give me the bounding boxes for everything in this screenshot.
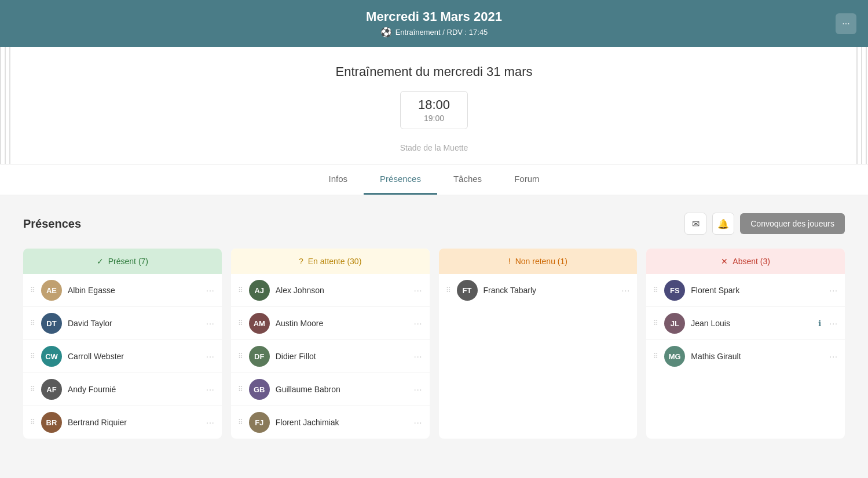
list-item: ⠿ BR Bertrand Riquier ···: [23, 406, 222, 439]
event-title: Entraînement du mercredi 31 mars: [12, 64, 856, 79]
tab-taches[interactable]: Tâches: [437, 165, 498, 195]
more-button[interactable]: ···: [414, 286, 423, 295]
player-name: Mathis Girault: [691, 352, 823, 361]
more-button[interactable]: ···: [206, 352, 215, 361]
header-title: Mercredi 31 Mars 2021: [12, 9, 856, 24]
presences-actions: ✉ 🔔 Convoquer des joueurs: [684, 213, 845, 235]
drag-handle[interactable]: ⠿: [30, 286, 35, 294]
avatar: BR: [41, 412, 62, 433]
presences-header: Présences ✉ 🔔 Convoquer des joueurs: [23, 213, 845, 235]
waiting-icon: ?: [299, 257, 303, 266]
drag-handle[interactable]: ⠿: [238, 418, 243, 426]
list-item: ⠿ FJ Florent Jachimiak ···: [231, 406, 430, 439]
convoquer-button[interactable]: Convoquer des joueurs: [740, 213, 845, 234]
list-item: ⠿ AJ Alex Johnson ···: [231, 274, 430, 307]
avatar: FT: [457, 280, 478, 301]
player-name: Didier Fillot: [276, 352, 408, 361]
notretained-icon: !: [508, 257, 511, 266]
header-subtitle-text: Entraînement / RDV : 17:45: [395, 28, 488, 37]
avatar: JL: [664, 313, 685, 334]
more-button[interactable]: ···: [414, 418, 423, 427]
more-button[interactable]: ···: [829, 352, 838, 361]
more-button[interactable]: ···: [206, 385, 215, 394]
player-name: David Taylor: [68, 319, 200, 328]
more-button[interactable]: ···: [622, 286, 631, 295]
more-button[interactable]: ···: [414, 385, 423, 394]
list-item: ⠿ CW Carroll Webster ···: [23, 340, 222, 373]
event-location: Stade de la Muette: [12, 143, 856, 152]
drag-handle[interactable]: ⠿: [653, 286, 658, 294]
list-item: ⠿ DF Didier Fillot ···: [231, 340, 430, 373]
bell-button[interactable]: 🔔: [712, 213, 734, 235]
column-present-header: ✓ Présent (7): [23, 249, 222, 274]
tabs-section: Infos Présences Tâches Forum: [0, 165, 868, 195]
player-name: Guillaume Babron: [276, 385, 408, 394]
player-name: Alex Johnson: [276, 286, 408, 295]
column-notretained-header: ! Non retenu (1): [439, 249, 638, 274]
header-subtitle: ⚽ Entraînement / RDV : 17:45: [12, 27, 856, 38]
more-button[interactable]: ···: [206, 286, 215, 295]
column-present: ✓ Présent (7) ⠿ AE Albin Egasse ··· ⠿ DT…: [23, 249, 222, 439]
list-item: ⠿ GB Guillaume Babron ···: [231, 373, 430, 406]
list-item: ⠿ AF Andy Fournié ···: [23, 373, 222, 406]
page-header: Mercredi 31 Mars 2021 ⚽ Entraînement / R…: [0, 0, 868, 47]
drag-handle[interactable]: ⠿: [30, 352, 35, 360]
column-absent-header: ✕ Absent (3): [646, 249, 845, 274]
list-item: ⠿ JL Jean Louis ℹ ···: [646, 307, 845, 340]
time-box: 18:00 19:00: [400, 91, 468, 129]
tab-forum[interactable]: Forum: [498, 165, 555, 195]
player-name: Jean Louis: [691, 319, 812, 328]
drag-handle[interactable]: ⠿: [653, 352, 658, 360]
drag-handle[interactable]: ⠿: [30, 385, 35, 393]
email-button[interactable]: ✉: [684, 213, 706, 235]
tab-presences[interactable]: Présences: [364, 165, 437, 195]
avatar: DF: [249, 346, 270, 367]
tab-infos[interactable]: Infos: [313, 165, 364, 195]
player-name: Bertrand Riquier: [68, 418, 200, 427]
drag-handle[interactable]: ⠿: [238, 352, 243, 360]
absent-icon: ✕: [721, 257, 728, 266]
player-name: Carroll Webster: [68, 352, 200, 361]
more-button[interactable]: ···: [414, 319, 423, 328]
more-button[interactable]: ···: [829, 286, 838, 295]
more-button[interactable]: ···: [206, 418, 215, 427]
tabs-container: Infos Présences Tâches Forum: [0, 165, 868, 195]
event-section: Entraînement du mercredi 31 mars 18:00 1…: [0, 47, 868, 165]
list-item: ⠿ MG Mathis Girault ···: [646, 340, 845, 373]
drag-handle[interactable]: ⠿: [238, 319, 243, 327]
list-item: ⠿ AM Austin Moore ···: [231, 307, 430, 340]
avatar: MG: [664, 346, 685, 367]
avatar: AE: [41, 280, 62, 301]
list-item: ⠿ FS Florent Spark ···: [646, 274, 845, 307]
drag-handle[interactable]: ⠿: [446, 286, 451, 294]
header-menu-button[interactable]: ···: [836, 13, 856, 34]
column-absent: ✕ Absent (3) ⠿ FS Florent Spark ··· ⠿ JL…: [646, 249, 845, 439]
drag-handle[interactable]: ⠿: [30, 319, 35, 327]
present-icon: ✓: [97, 257, 104, 266]
column-waiting: ? En attente (30) ⠿ AJ Alex Johnson ··· …: [231, 249, 430, 439]
presences-title: Présences: [23, 217, 81, 231]
avatar: GB: [249, 379, 270, 400]
avatar: AF: [41, 379, 62, 400]
avatar: DT: [41, 313, 62, 334]
present-label: Présent (7): [108, 257, 148, 266]
content-area: Présences ✉ 🔔 Convoquer des joueurs ✓ Pr…: [0, 195, 868, 456]
info-icon[interactable]: ℹ: [818, 319, 821, 328]
more-button[interactable]: ···: [206, 319, 215, 328]
list-item: ⠿ AE Albin Egasse ···: [23, 274, 222, 307]
drag-handle[interactable]: ⠿: [238, 286, 243, 294]
waiting-label: En attente (30): [308, 257, 362, 266]
more-button[interactable]: ···: [829, 319, 838, 328]
drag-handle[interactable]: ⠿: [238, 385, 243, 393]
player-name: Albin Egasse: [68, 286, 200, 295]
drag-handle[interactable]: ⠿: [30, 418, 35, 426]
time-start: 18:00: [418, 97, 450, 112]
avatar: FJ: [249, 412, 270, 433]
player-name: Florent Spark: [691, 286, 823, 295]
player-name: Austin Moore: [276, 319, 408, 328]
more-button[interactable]: ···: [414, 352, 423, 361]
drag-handle[interactable]: ⠿: [653, 319, 658, 327]
presence-columns: ✓ Présent (7) ⠿ AE Albin Egasse ··· ⠿ DT…: [23, 249, 845, 439]
list-item: ⠿ FT Franck Tabarly ···: [439, 274, 638, 306]
player-name: Andy Fournié: [68, 385, 200, 394]
